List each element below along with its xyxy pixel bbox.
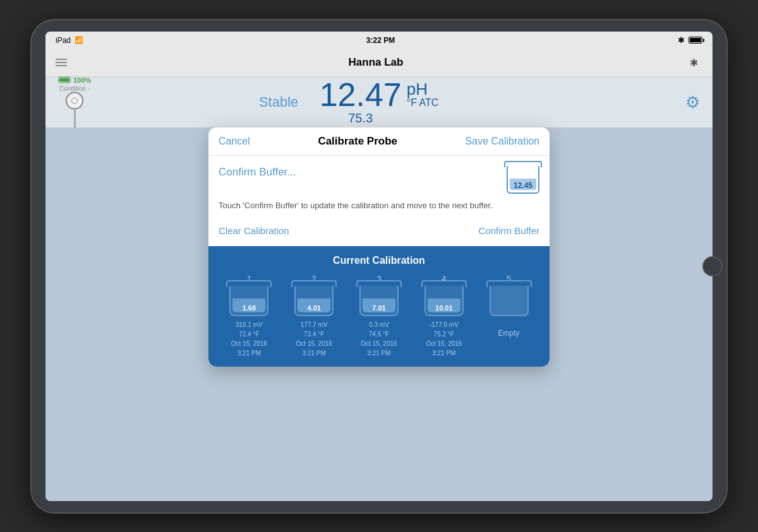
measurement-header: 100% Condition - Stable 12.47 75.3 p: [45, 77, 713, 127]
slot-beaker-3: 7.01: [359, 286, 399, 316]
calibration-slot-3: 3 7.01 0.3 mV74.5 °FOct 15, 20163:21 PM: [349, 274, 410, 358]
confirm-buffer-title: Confirm Buffer...: [219, 166, 296, 179]
ph-reading: 12.47 75.3 pH °F ATC: [320, 78, 439, 126]
calibrate-probe-dialog: Cancel Calibrate Probe Save Calibration …: [208, 127, 550, 367]
ipad-screen: iPad 📶 3:22 PM ✱ Hanna Lab ✱: [45, 32, 713, 501]
calibration-slot-1: 1 1.68 316.1 mV72.4 °FOct 15, 20163:21 P…: [219, 274, 280, 358]
probe-stem: [74, 109, 76, 128]
buffer-beaker-preview: 12.45: [507, 166, 539, 194]
buffer-preview-value: 12.45: [514, 181, 532, 190]
ph-value: 12.47 75.3: [320, 78, 402, 126]
dialog-body: Confirm Buffer... 12.45 Touch 'Confirm B…: [208, 156, 550, 246]
main-area: 100% Condition - Stable 12.47 75.3 p: [45, 77, 713, 501]
calibration-slot-4: 4 10.01 -177.0 mV75.2 °FOct 15, 20163:21…: [413, 274, 474, 358]
status-bar: iPad 📶 3:22 PM ✱: [45, 32, 713, 49]
ipad-label: iPad: [56, 36, 71, 45]
status-right: ✱: [678, 35, 702, 45]
home-button[interactable]: [702, 256, 723, 276]
slot-info-3: 0.3 mV74.5 °FOct 15, 20163:21 PM: [361, 320, 397, 358]
nav-title: Hanna Lab: [349, 56, 404, 69]
battery-status: 100%: [58, 76, 91, 83]
bluetooth-status-icon: ✱: [678, 35, 685, 45]
calibration-slot-2: 2 4.01 177.7 mV73.4 °FOct 15, 20163:21 P…: [284, 274, 345, 358]
ipad-frame: iPad 📶 3:22 PM ✱ Hanna Lab ✱: [32, 20, 726, 512]
slot-value-3: 7.01: [372, 304, 385, 312]
settings-icon[interactable]: ⚙: [685, 92, 700, 112]
ph-unit: pH: [407, 81, 439, 97]
slot-info-1: 316.1 mV72.4 °FOct 15, 20163:21 PM: [231, 320, 267, 358]
calibration-slots: 1 1.68 316.1 mV72.4 °FOct 15, 20163:21 P…: [219, 274, 539, 358]
slot-beaker-1: 1.68: [229, 286, 268, 316]
probe-circle: [66, 92, 83, 109]
slot-value-1: 1.68: [243, 304, 256, 312]
temp-unit: °F ATC: [407, 97, 439, 109]
stable-label: Stable: [259, 94, 298, 110]
slot-empty-label-5: Empty: [498, 329, 520, 338]
status-left: iPad 📶: [56, 36, 83, 45]
ph-unit-block: pH °F ATC: [407, 78, 439, 109]
confirm-buffer-header: Confirm Buffer... 12.45: [219, 166, 539, 194]
confirm-buffer-desc: Touch 'Confirm Buffer' to update the cal…: [219, 200, 539, 211]
slot-beaker-5: [490, 286, 529, 316]
nav-bluetooth-icon[interactable]: ✱: [685, 54, 702, 71]
battery-icon: [689, 37, 702, 44]
battery-bar: [58, 76, 71, 83]
calibration-panel: Current Calibration 1 1.68 316.1 mV72.4 …: [208, 246, 550, 367]
temp-value: 75.3: [320, 111, 402, 126]
confirm-buffer-button[interactable]: Confirm Buffer: [479, 225, 539, 236]
slot-info-4: -177.0 mV75.2 °FOct 15, 20163:21 PM: [426, 320, 462, 358]
clear-calibration-button[interactable]: Clear Calibration: [219, 225, 289, 236]
battery-percent: 100%: [73, 76, 91, 83]
wifi-icon: 📶: [75, 36, 83, 44]
condition-text: Condition -: [59, 85, 90, 92]
status-time: 3:22 PM: [366, 36, 395, 45]
dialog-actions: Clear Calibration Confirm Buffer: [219, 220, 539, 236]
slot-value-4: 10.01: [435, 304, 453, 312]
slot-info-2: 177.7 mV73.4 °FOct 15, 20163:21 PM: [296, 320, 332, 358]
probe-icon: 100% Condition -: [58, 76, 91, 128]
save-calibration-button[interactable]: Save Calibration: [466, 136, 539, 147]
slot-beaker-2: 4.01: [294, 286, 334, 316]
slot-beaker-4: 10.01: [424, 286, 464, 316]
nav-bar: Hanna Lab ✱: [45, 49, 713, 77]
calibration-panel-title: Current Calibration: [219, 255, 539, 266]
cancel-button[interactable]: Cancel: [219, 136, 250, 147]
calibration-slot-5: 5 Empty: [478, 274, 539, 358]
dialog-toolbar: Cancel Calibrate Probe Save Calibration: [208, 127, 550, 156]
hamburger-menu[interactable]: [56, 59, 67, 66]
slot-value-2: 4.01: [307, 304, 320, 312]
dialog-title: Calibrate Probe: [318, 135, 397, 148]
